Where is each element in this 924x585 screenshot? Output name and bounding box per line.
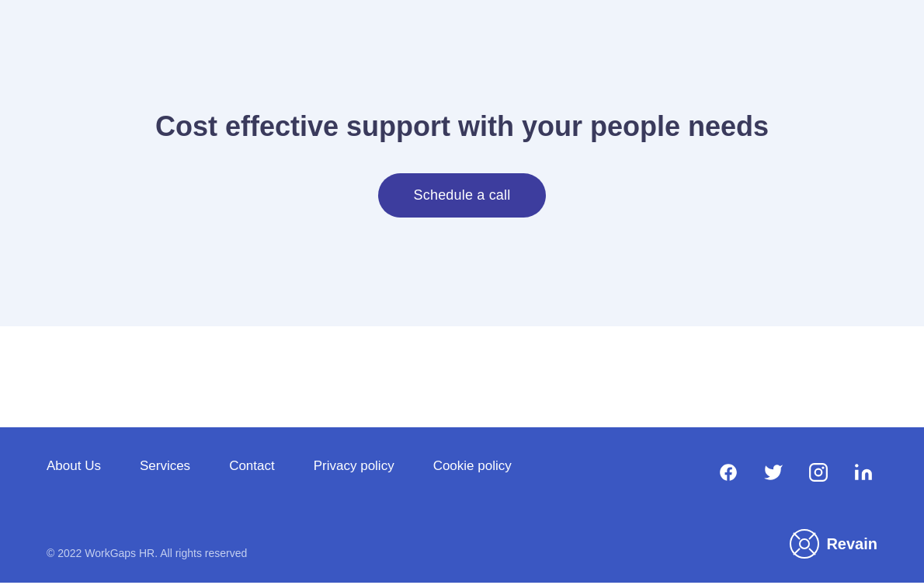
footer-link-services[interactable]: Services xyxy=(140,458,190,474)
footer-link-cookie[interactable]: Cookie policy xyxy=(433,458,512,474)
footer-social xyxy=(714,458,877,486)
revain-label: Revain xyxy=(826,535,877,553)
footer-link-about[interactable]: About Us xyxy=(47,458,101,474)
linkedin-icon[interactable] xyxy=(849,458,877,486)
twitter-icon[interactable] xyxy=(759,458,787,486)
svg-rect-0 xyxy=(810,464,827,481)
footer-nav: About Us Services Contact Privacy policy… xyxy=(47,458,512,474)
svg-point-3 xyxy=(855,464,858,467)
footer-copyright: © 2022 WorkGaps HR. All rights reserved xyxy=(47,547,247,559)
schedule-call-button[interactable]: Schedule a call xyxy=(378,173,547,218)
hero-title: Cost effective support with your people … xyxy=(155,109,769,145)
footer-top: About Us Services Contact Privacy policy… xyxy=(47,458,877,486)
footer-link-contact[interactable]: Contact xyxy=(229,458,275,474)
svg-point-1 xyxy=(815,469,822,476)
instagram-icon[interactable] xyxy=(804,458,832,486)
svg-line-9 xyxy=(809,548,815,555)
footer-link-privacy[interactable]: Privacy policy xyxy=(314,458,394,474)
footer: About Us Services Contact Privacy policy… xyxy=(0,427,924,583)
footer-bottom: © 2022 WorkGaps HR. All rights reserved … xyxy=(47,528,877,559)
svg-point-2 xyxy=(822,466,824,468)
facebook-icon[interactable] xyxy=(714,458,742,486)
revain-badge[interactable]: Revain xyxy=(789,528,877,559)
hero-section: Cost effective support with your people … xyxy=(0,0,924,326)
svg-line-8 xyxy=(794,548,800,555)
svg-line-6 xyxy=(794,533,800,539)
svg-point-5 xyxy=(800,539,809,548)
spacer-section xyxy=(0,326,924,427)
svg-line-7 xyxy=(809,533,815,539)
revain-logo-icon xyxy=(789,528,820,559)
